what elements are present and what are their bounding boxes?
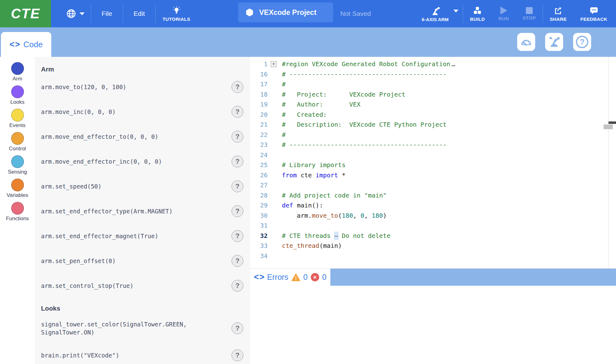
command-help-button[interactable]: ? (232, 131, 243, 143)
command-text[interactable]: arm.set_end_effector_magnet(True) (41, 232, 159, 240)
command-text[interactable]: arm.move_inc(0, 0, 0) (41, 108, 116, 116)
tab-code[interactable]: <> Code (1, 32, 51, 57)
sidebar-item-events[interactable]: Events (0, 109, 35, 129)
globe-icon (66, 8, 76, 19)
line-number: 33 (250, 242, 271, 249)
code-token: # Add project code in "main" (282, 192, 387, 199)
sidebar-item-looks[interactable]: Looks (0, 85, 35, 105)
code-line: 30 arm.move_to(180, 0, 180) (250, 211, 616, 221)
sidebar-item-variables[interactable]: Variables (0, 179, 35, 198)
command-help-button[interactable]: ? (232, 81, 243, 93)
line-number: 29 (250, 202, 271, 209)
line-number: 1 (250, 60, 271, 68)
code-line: 29def main(): (250, 200, 616, 211)
category-rail: ArmLooksEventsControlSensingVariablesFun… (0, 57, 35, 364)
overview-ruler-mark (609, 121, 616, 124)
hexagon-icon (245, 8, 254, 17)
command-text[interactable]: arm.move_end_effector_to(0, 0, 0) (41, 133, 159, 141)
code-text: # (282, 79, 286, 89)
project-name-box[interactable]: VEXcode Project (238, 2, 333, 22)
editor-scroll-divider (608, 57, 609, 268)
command-row: arm.set_end_effector_type(Arm.MAGNET)? (41, 205, 243, 217)
command-text[interactable]: arm.set_control_stop(True) (41, 282, 133, 290)
code-token: # CTE threads (282, 232, 334, 239)
device-selector[interactable]: 6-AXIS ARM (417, 0, 463, 27)
command-help-button[interactable]: ? (232, 349, 243, 361)
line-number: 23 (250, 141, 271, 148)
command-text[interactable]: brain.print("VEXcode") (41, 351, 119, 359)
code-token: # Project: VEXcode Project (282, 91, 405, 98)
fold-expand-button[interactable]: + (271, 61, 277, 67)
command-help-button[interactable]: ? (232, 106, 243, 118)
help-button[interactable]: ? (573, 33, 591, 51)
monitor-button[interactable] (517, 33, 535, 51)
command-row: arm.set_pen_offset(0)? (41, 255, 243, 267)
question-mark-icon: ? (576, 36, 588, 48)
edit-menu[interactable]: Edit (123, 0, 155, 27)
code-text: def main(): (282, 200, 323, 211)
code-line: 32# CTE threads – Do not delete (250, 231, 616, 241)
command-help-button[interactable]: ? (232, 205, 243, 217)
command-text[interactable]: arm.set_end_effector_type(Arm.MAGNET) (41, 207, 172, 215)
code-text: # Project: VEXcode Project (282, 89, 405, 100)
code-line: 17# (250, 79, 616, 89)
sidebar-item-control[interactable]: Control (0, 132, 35, 152)
project-name: VEXcode Project (259, 8, 316, 17)
command-help-button[interactable]: ? (232, 230, 243, 242)
command-help-button[interactable]: ? (232, 322, 243, 334)
command-text[interactable]: signal_tower.set_color(SignalTower.GREEN… (41, 320, 218, 336)
code-text: from cte import * (282, 170, 346, 180)
category-dot-icon (11, 202, 24, 215)
save-status: Not Saved (340, 0, 371, 27)
stop-button[interactable]: STOP (516, 0, 543, 27)
file-menu[interactable]: File (91, 0, 123, 27)
run-button[interactable]: RUN (492, 0, 516, 27)
command-help-button[interactable]: ? (232, 180, 243, 192)
share-button[interactable]: SHARE (543, 0, 574, 27)
code-line: 24 (250, 150, 616, 160)
build-button[interactable]: BUILD (463, 0, 492, 27)
section-title: Looks (41, 305, 243, 312)
sidebar-item-functions[interactable]: Functions (0, 202, 35, 222)
code-token: , (353, 212, 361, 219)
command-text[interactable]: arm.move_to(120, 0, 100) (41, 83, 126, 91)
folded-ellipsis-icon[interactable]: … (452, 60, 455, 68)
command-text[interactable]: arm.move_end_effector_inc(0, 0, 0) (41, 157, 162, 166)
errors-bar: <> Errors 0 × 0 (250, 268, 616, 286)
robot-config-button[interactable] (545, 33, 563, 51)
errors-tab[interactable]: <> Errors 0 × 0 (250, 269, 330, 286)
command-help-button[interactable]: ? (232, 255, 243, 267)
code-text: # (282, 130, 286, 140)
line-number: 25 (250, 161, 271, 169)
code-text: #region VEXcode Generated Robot Configur… (282, 59, 455, 69)
sidebar-item-arm[interactable]: Arm (0, 62, 35, 82)
cubes-icon (473, 6, 482, 15)
code-token: # (282, 131, 286, 139)
command-text[interactable]: arm.set_speed(50) (41, 182, 101, 190)
command-text[interactable]: arm.set_pen_offset(0) (41, 257, 116, 265)
code-token: 180 (342, 212, 353, 219)
feedback-button[interactable]: FEEDBACK (573, 0, 614, 27)
tutorials-label: TUTORIALS (163, 16, 190, 22)
code-token: move_to (312, 212, 338, 219)
code-line: 20# Created: (250, 110, 616, 120)
editor-scrollbar[interactable] (604, 125, 613, 129)
language-menu[interactable] (60, 8, 91, 19)
code-token: main(): (293, 202, 323, 209)
code-brackets-icon: <> (254, 272, 264, 282)
code-token: # --------------------------------------… (282, 71, 447, 78)
command-help-button[interactable]: ? (232, 156, 243, 167)
line-number: 16 (250, 71, 271, 78)
tutorials-button[interactable]: TUTORIALS (156, 0, 197, 27)
code-editor[interactable]: 1+#region VEXcode Generated Robot Config… (250, 57, 616, 268)
line-number: 26 (250, 171, 271, 179)
line-number: 18 (250, 91, 271, 98)
indent-guide (297, 211, 297, 221)
code-token: # --------------------------------------… (282, 141, 447, 148)
sidebar-item-sensing[interactable]: Sensing (0, 155, 35, 175)
code-line: 18# Project: VEXcode Project (250, 89, 616, 100)
command-help-button[interactable]: ? (232, 280, 243, 292)
share-label: SHARE (550, 16, 567, 22)
code-line: 25# Library imports (250, 160, 616, 170)
category-dot-icon (11, 179, 24, 191)
